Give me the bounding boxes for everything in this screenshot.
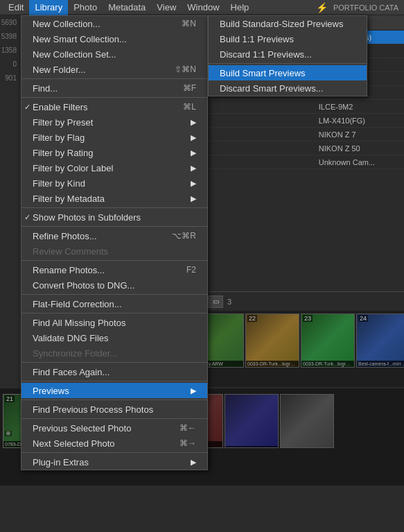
menubar-metadata[interactable]: Metadata [103, 0, 151, 15]
library-dropdown-menu: New Collection... ⌘N New Smart Collectio… [21, 15, 208, 470]
submenu-arrow: ▶ [191, 458, 196, 467]
menu-sync-folder[interactable]: Synchronize Folder... [21, 345, 207, 361]
menu-filter-rating[interactable]: Filter by Rating ▶ [21, 145, 207, 160]
menu-item-label: Show Photos in Subfolders [33, 212, 141, 223]
menu-new-smart-collection[interactable]: New Smart Collection... [21, 31, 207, 46]
cell-camera: NIKON Z 50 [313, 144, 404, 153]
menu-filter-kind[interactable]: Filter by Kind ▶ [21, 175, 207, 191]
menu-plugin-extras[interactable]: Plug-in Extras ▶ [21, 454, 207, 470]
menu-item-label: Previews [33, 386, 69, 396]
menu-new-folder[interactable]: New Folder... ⇧⌘N [21, 62, 207, 77]
filmstrip-top: 21 ...graphy.ARW 22 0033-DR-Turk...togra… [187, 311, 404, 387]
left-num-3: 1358 [0, 43, 19, 57]
film-thumb[interactable]: 24 Best-camera-f...mirrorless [356, 314, 404, 368]
menu-flat-field[interactable]: Flat-Field Correction... [21, 296, 207, 311]
menu-validate-dng[interactable]: Validate DNG Files [21, 330, 207, 345]
menu-item-label: Filter by Kind [33, 178, 85, 189]
menu-item-label: Synchronize Folder... [33, 348, 117, 359]
menubar-help[interactable]: Help [225, 0, 255, 15]
film-thumb[interactable] [280, 394, 334, 448]
menubar-edit[interactable]: Edit [3, 0, 29, 15]
thumb-number: 24 [358, 315, 368, 322]
table-row[interactable]: LM-X410(FG) [187, 114, 404, 128]
menu-divider [21, 362, 207, 363]
film-thumb[interactable] [225, 394, 279, 448]
left-num-1: 5690 [0, 15, 19, 29]
shortcut: ⌘N [182, 19, 196, 28]
submenu-discard-1to1[interactable]: Discard 1:1 Previews... [209, 46, 367, 62]
submenu-item-label: Discard 1:1 Previews... [220, 49, 312, 60]
loupe-view-btn[interactable]: ▭ [208, 295, 223, 308]
menubar-view[interactable]: View [151, 0, 182, 15]
menu-divider [21, 452, 207, 453]
menubar-window[interactable]: Window [182, 0, 225, 15]
menu-enable-filters[interactable]: ✓ Enable Filters ⌘L [21, 99, 207, 114]
table-row[interactable]: Unknown Cam... [187, 155, 404, 169]
thumb-label [225, 446, 278, 447]
menubar-library[interactable]: Library [29, 0, 68, 15]
cell-camera: ILCE-9M2 [313, 103, 404, 111]
menu-rename-photos[interactable]: Rename Photos... F2 [21, 262, 207, 277]
menu-filter-preset[interactable]: Filter by Preset ▶ [21, 114, 207, 130]
menu-previews[interactable]: Previews ▶ [21, 383, 207, 398]
menu-filter-metadata[interactable]: Filter by Metadata ▶ [21, 191, 207, 206]
menu-find-missing[interactable]: Find All Missing Photos [21, 315, 207, 330]
menu-item-label: Review Comments [33, 246, 108, 257]
left-num-4: 0 [0, 57, 19, 71]
submenu-arrow: ▶ [191, 179, 196, 188]
menubar: Edit Library Photo Metadata View Window … [0, 0, 404, 15]
cell-camera: Unknown Cam... [313, 158, 404, 166]
menu-refine-photos[interactable]: Refine Photos... ⌥⌘R [21, 228, 207, 243]
menu-divider [21, 381, 207, 381]
menu-item-label: Filter by Rating [33, 148, 93, 158]
submenu-build-1to1[interactable]: Build 1:1 Previews [209, 31, 367, 46]
menu-find-prev-process[interactable]: Find Previous Process Photos [21, 402, 207, 417]
table-row[interactable]: NIKON Z 7 [187, 128, 404, 141]
checkmark-icon: ✓ [24, 213, 30, 222]
thumb-number: 22 [247, 315, 257, 322]
menu-next-selected[interactable]: Next Selected Photo ⌘→ [21, 436, 207, 451]
submenu-item-label: Build Smart Previews [220, 68, 306, 78]
submenu-discard-smart[interactable]: Discard Smart Previews... [209, 80, 367, 96]
submenu-item-label: Build 1:1 Previews [220, 34, 294, 44]
menu-item-label: Enable Filters [33, 102, 87, 112]
menu-divider [21, 313, 207, 314]
menu-new-collection-set[interactable]: New Collection Set... [21, 46, 207, 62]
previews-submenu: Build Standard-Sized Previews Build 1:1 … [208, 15, 367, 96]
film-thumb[interactable]: 22 0033-DR-Turk...tographyJPG [245, 314, 299, 368]
menubar-photo[interactable]: Photo [68, 0, 103, 15]
menu-item-label: New Collection Set... [33, 49, 116, 60]
menu-new-collection[interactable]: New Collection... ⌘N [21, 16, 207, 31]
menu-divider [21, 78, 207, 79]
menu-item-label: New Folder... [33, 65, 86, 75]
shortcut: ⌥⌘R [172, 231, 196, 241]
app-logo: ⚡ [316, 2, 333, 13]
menu-divider [21, 97, 207, 98]
menu-review-comments[interactable]: Review Comments [21, 243, 207, 259]
submenu-build-standard[interactable]: Build Standard-Sized Previews [209, 16, 367, 31]
menu-prev-selected[interactable]: Previous Selected Photo ⌘← [21, 420, 207, 436]
submenu-item-label: Discard Smart Previews... [220, 83, 324, 94]
menu-convert-dng[interactable]: Convert Photos to DNG... [21, 277, 207, 293]
film-thumb[interactable]: 23 0033-DR-Turk...tographyJPG [301, 314, 355, 368]
menu-divider [21, 294, 207, 295]
submenu-arrow: ▶ [191, 164, 196, 173]
submenu-arrow: ▶ [191, 386, 196, 395]
menu-filter-color[interactable]: Filter by Color Label ▶ [21, 160, 207, 175]
submenu-build-smart[interactable]: Build Smart Previews [209, 65, 367, 80]
cell-camera: LM-X410(FG) [313, 117, 404, 125]
menu-find-faces[interactable]: Find Faces Again... [21, 364, 207, 379]
thumb-label: Best-camera-f...mirrorless [357, 361, 404, 367]
table-row[interactable]: ILCE-9M2 [187, 100, 404, 114]
menu-show-subfolders[interactable]: ✓ Show Photos in Subfolders [21, 209, 207, 225]
menu-item-label: Filter by Flag [33, 132, 85, 143]
table-row[interactable]: NIKON Z 50 [187, 141, 404, 155]
menu-filter-flag[interactable]: Filter by Flag ▶ [21, 130, 207, 145]
cell-camera: NIKON Z 7 [313, 130, 404, 139]
filmstrip-toolbar: ⊞ ▭ 3 [187, 291, 404, 311]
shortcut: ⌘← [179, 423, 196, 433]
menu-item-label: Find All Missing Photos [33, 318, 125, 328]
thumb-subnum: ⊞ [5, 431, 12, 436]
shortcut: ⌘→ [179, 438, 196, 448]
menu-find[interactable]: Find... ⌘F [21, 80, 207, 96]
